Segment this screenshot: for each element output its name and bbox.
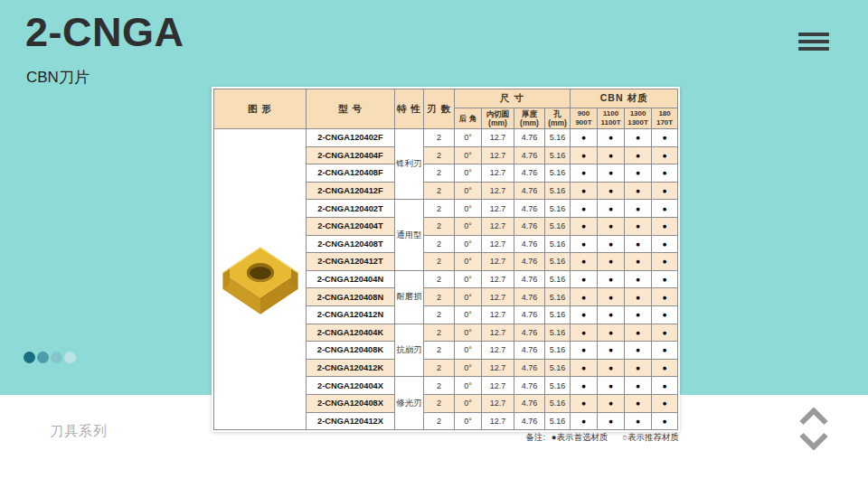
material-mark: ● bbox=[598, 182, 625, 200]
inscribed-circle-cell: 12.7 bbox=[482, 146, 514, 164]
model-cell: 2-CNGA120412F bbox=[307, 182, 395, 200]
material-mark: ● bbox=[652, 359, 678, 377]
material-mark: ● bbox=[598, 342, 625, 360]
hamburger-icon bbox=[798, 33, 829, 36]
edges-cell: 2 bbox=[424, 377, 455, 395]
thickness-cell: 4.76 bbox=[514, 324, 545, 342]
material-mark: ● bbox=[598, 359, 625, 377]
material-mark: ● bbox=[571, 412, 598, 430]
hole-cell: 5.16 bbox=[545, 200, 571, 218]
inscribed-circle-cell: 12.7 bbox=[482, 288, 514, 306]
page-dot[interactable] bbox=[37, 352, 49, 363]
footnote-preferred: ●表示首选材质 bbox=[552, 432, 609, 442]
pagination-dots bbox=[24, 352, 76, 363]
material-mark: ● bbox=[652, 164, 678, 183]
footnote-label: 备注: bbox=[526, 432, 546, 442]
material-mark: ● bbox=[571, 342, 598, 360]
inscribed-circle-cell: 12.7 bbox=[482, 182, 514, 200]
material-mark: ● bbox=[571, 182, 598, 200]
page-dot[interactable] bbox=[51, 352, 62, 363]
edges-cell: 2 bbox=[424, 253, 455, 271]
hole-cell: 5.16 bbox=[545, 324, 571, 342]
material-mark: ● bbox=[598, 164, 625, 183]
inscribed-circle-cell: 12.7 bbox=[482, 394, 514, 412]
material-mark: ● bbox=[625, 146, 652, 164]
material-mark: ● bbox=[598, 146, 625, 164]
hole-cell: 5.16 bbox=[545, 129, 571, 147]
inscribed-circle-cell: 12.7 bbox=[482, 342, 514, 360]
material-mark: ● bbox=[625, 200, 652, 218]
edges-cell: 2 bbox=[424, 217, 455, 235]
material-mark: ● bbox=[625, 342, 652, 360]
hole-cell: 5.16 bbox=[545, 377, 571, 395]
model-cell: 2-CNGA120408N bbox=[307, 288, 395, 306]
edges-cell: 2 bbox=[424, 394, 455, 412]
material-mark: ● bbox=[598, 200, 625, 218]
material-mark: ● bbox=[571, 253, 598, 271]
inscribed-circle-cell: 12.7 bbox=[482, 200, 514, 218]
material-mark: ● bbox=[571, 146, 598, 164]
rear-angle-cell: 0° bbox=[455, 324, 482, 342]
table-row: 2-CNGA120402F锋利刃20°12.74.765.16●●●● bbox=[214, 129, 678, 147]
table-footnote: 备注: ●表示首选材质 ○表示推荐材质 bbox=[212, 432, 679, 444]
material-mark: ● bbox=[598, 377, 625, 395]
cnga-insert-image bbox=[219, 238, 302, 321]
material-mark: ● bbox=[598, 235, 625, 253]
hole-cell: 5.16 bbox=[545, 412, 571, 430]
edges-cell: 2 bbox=[424, 288, 455, 306]
material-mark: ● bbox=[571, 394, 598, 412]
col-header-material-1300: 1300 1300T bbox=[625, 108, 652, 129]
edges-cell: 2 bbox=[424, 164, 455, 183]
rear-angle-cell: 0° bbox=[455, 305, 482, 324]
material-mark: ● bbox=[598, 394, 625, 412]
material-mark: ● bbox=[571, 305, 598, 324]
inscribed-circle-cell: 12.7 bbox=[482, 217, 514, 235]
hole-cell: 5.16 bbox=[545, 235, 571, 253]
material-mark: ● bbox=[625, 182, 652, 200]
model-cell: 2-CNGA120404X bbox=[307, 377, 395, 395]
rear-angle-cell: 0° bbox=[455, 182, 482, 200]
material-mark: ● bbox=[598, 288, 625, 306]
chevron-down-icon bbox=[802, 435, 826, 447]
page-dot[interactable] bbox=[24, 352, 35, 363]
material-mark: ● bbox=[571, 164, 598, 183]
model-cell: 2-CNGA120402T bbox=[307, 200, 395, 218]
rear-angle-cell: 0° bbox=[455, 359, 482, 377]
feature-cell: 修光刃 bbox=[395, 377, 424, 430]
material-mark: ● bbox=[625, 377, 652, 395]
thickness-cell: 4.76 bbox=[514, 235, 545, 253]
hamburger-icon bbox=[798, 47, 829, 51]
edges-cell: 2 bbox=[424, 359, 455, 377]
inscribed-circle-cell: 12.7 bbox=[482, 324, 514, 342]
col-header-feature: 特 性 bbox=[395, 89, 424, 129]
edges-cell: 2 bbox=[424, 412, 455, 430]
rear-angle-cell: 0° bbox=[455, 270, 482, 288]
edges-cell: 2 bbox=[424, 305, 455, 324]
rear-angle-cell: 0° bbox=[455, 129, 482, 147]
page-down-button[interactable] bbox=[798, 432, 829, 450]
page-dot[interactable] bbox=[64, 352, 76, 363]
hole-cell: 5.16 bbox=[545, 253, 571, 271]
thickness-cell: 4.76 bbox=[514, 342, 545, 360]
page-up-button[interactable] bbox=[798, 408, 829, 426]
footnote-recommended: ○表示推荐材质 bbox=[622, 432, 679, 442]
edges-cell: 2 bbox=[424, 270, 455, 288]
col-header-material-900: 900 900T bbox=[571, 108, 598, 129]
col-header-thickness: 厚度 (mm) bbox=[514, 108, 545, 129]
rear-angle-cell: 0° bbox=[455, 342, 482, 360]
material-mark: ● bbox=[652, 182, 678, 200]
material-mark: ● bbox=[625, 288, 652, 306]
model-cell: 2-CNGA120404N bbox=[307, 270, 395, 288]
col-header-cbn-material: CBN 材质 bbox=[571, 89, 678, 108]
material-mark: ● bbox=[652, 146, 678, 164]
hole-cell: 5.16 bbox=[545, 182, 571, 200]
rear-angle-cell: 0° bbox=[455, 235, 482, 253]
material-mark: ● bbox=[652, 253, 678, 271]
material-mark: ● bbox=[652, 305, 678, 324]
thickness-cell: 4.76 bbox=[514, 359, 545, 377]
feature-cell: 通用型 bbox=[395, 200, 424, 270]
col-header-rear-angle: 后 角 bbox=[455, 108, 482, 129]
hole-cell: 5.16 bbox=[545, 288, 571, 306]
menu-button[interactable] bbox=[798, 33, 829, 51]
thickness-cell: 4.76 bbox=[514, 200, 545, 218]
